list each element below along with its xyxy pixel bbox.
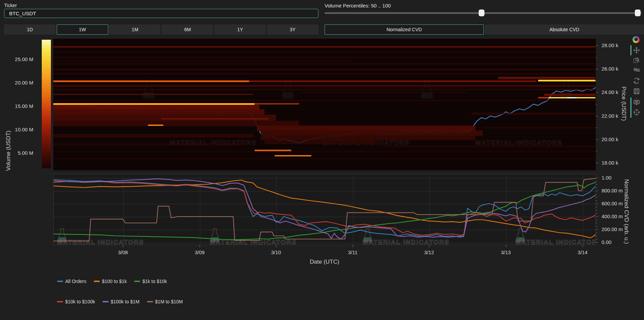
legend-swatch-1k-to-10k — [134, 281, 140, 282]
mode-button-normalized-cvd[interactable]: Normalized CVD — [325, 24, 484, 35]
modebar-separator — [636, 97, 637, 99]
cvd-tick-mark — [596, 223, 597, 223]
heatmap-volume-band — [53, 151, 595, 152]
legend-item-100-to-1k[interactable]: $100 to $1k — [94, 279, 127, 284]
date-tick-label: 3/11 — [343, 249, 363, 255]
legend-label: $100 to $1k — [102, 279, 127, 284]
price-tick-label: 28.00 k — [602, 42, 618, 48]
liquidity-heatmap-chart[interactable]: MATERIAL INDICATORSMATERIAL INDICATORSMA… — [53, 39, 596, 170]
price-tick-label: 20.00 k — [602, 136, 618, 142]
cvd-mode-button-group: Normalized CVDAbsolute CVD — [325, 24, 644, 35]
price-tick-label: 18.00 k — [602, 160, 618, 166]
slider-thumb-high[interactable] — [635, 10, 641, 16]
range-button-6m[interactable]: 6M — [162, 24, 213, 35]
range-button-1y[interactable]: 1Y — [214, 24, 266, 35]
heatmap-volume-band — [538, 97, 549, 98]
price-tick-label: 24.00 k — [602, 89, 618, 95]
heatmap-volume-band — [161, 118, 269, 119]
date-tick-label: 3/12 — [419, 249, 439, 255]
volume-percentiles-slider[interactable] — [325, 10, 642, 16]
heatmap-volume-band — [53, 100, 595, 101]
save-icon[interactable] — [633, 88, 640, 95]
date-tick-mark — [200, 245, 200, 247]
legend-swatch-10k-to-100k — [57, 301, 63, 302]
cvd-lines — [53, 174, 596, 245]
cvd-tick-label: 400.00 m — [602, 213, 623, 219]
legend-label: All Orders — [65, 279, 86, 284]
volume-colorbar — [42, 40, 51, 168]
price-tick-mark — [596, 139, 598, 140]
heatmap-volume-band — [255, 103, 299, 105]
cvd-tick-mark — [596, 194, 597, 194]
zoom-in-out-icon[interactable] — [633, 67, 640, 74]
cvd-tick-mark — [596, 233, 597, 233]
date-tick-mark — [583, 245, 583, 247]
volume-tick-label: 15.00 M — [7, 103, 33, 109]
legend-item-1m-to-10m[interactable]: $1M to $10M — [147, 299, 183, 304]
legend-item-all-orders[interactable]: All Orders — [57, 279, 86, 284]
mode-button-absolute-cvd[interactable]: Absolute CVD — [485, 24, 644, 35]
cvd-tick-label: 200.00 m — [602, 226, 623, 232]
range-button-1w[interactable]: 1W — [57, 24, 108, 35]
modebar-active-indicator — [630, 45, 631, 55]
heatmap-volume-band — [264, 140, 375, 144]
plotly-logo-icon[interactable] — [632, 36, 640, 43]
cvd-tick-mark — [596, 201, 597, 201]
reset-axes-icon[interactable] — [633, 77, 640, 84]
date-tick-label: 3/09 — [189, 249, 210, 255]
price-tick-mark — [596, 116, 598, 116]
date-tick-mark — [353, 245, 353, 247]
date-tick-mark — [429, 245, 429, 247]
slider-thumb-low[interactable] — [479, 10, 484, 16]
heatmap-volume-band — [299, 92, 467, 93]
cvd-tick-mark — [596, 178, 598, 178]
volume-percentiles-label: Volume Percentiles: 50 .. 100 — [325, 3, 391, 8]
legend-item-100k-to-1m[interactable]: $100k to $1M — [103, 299, 140, 304]
price-tick-mark — [596, 128, 597, 128]
heatmap-volume-band — [53, 94, 253, 95]
heatmap-volume-band — [538, 80, 595, 81]
price-tick-mark — [596, 151, 597, 151]
date-tick-label: 3/14 — [572, 249, 593, 255]
range-button-3y[interactable]: 3Y — [267, 24, 318, 35]
pan-icon[interactable] — [633, 46, 640, 54]
heatmap-volume-band — [53, 80, 249, 82]
heatmap-volume-band — [249, 80, 536, 82]
legend-item-10k-to-100k[interactable]: $10k to $100k — [57, 299, 95, 304]
ticker-input[interactable] — [4, 9, 318, 18]
heatmap-volume-band — [383, 146, 595, 147]
date-tick-mark — [276, 245, 276, 247]
heatmap-volume-band — [483, 127, 595, 129]
date-tick-label: 3/08 — [113, 249, 133, 255]
heatmap-volume-band — [498, 77, 595, 79]
heatmap-volume-band — [53, 52, 595, 53]
heatmap-volume-band — [53, 73, 595, 74]
heatmap-volume-band — [53, 63, 595, 64]
date-tick-mark — [123, 245, 123, 247]
range-button-1m[interactable]: 1M — [109, 24, 161, 35]
modebar-separator — [636, 86, 637, 87]
price-tick-mark — [596, 81, 597, 81]
normalized-cvd-chart[interactable]: MATERIAL INDICATORSMATERIAL INDICATORSMA… — [53, 174, 596, 245]
cvd-tick-mark — [596, 191, 598, 191]
legend-item-1k-to-10k[interactable]: $1k to $10k — [134, 279, 167, 284]
zoom-box-icon[interactable] — [633, 56, 640, 64]
cvd-tick-label: 0.00 — [602, 239, 611, 245]
cvd-tick-mark — [596, 204, 598, 204]
tooltip-mode-icon[interactable] — [633, 99, 640, 107]
legend-label: $100k to $1M — [111, 299, 140, 304]
heatmap-volume-band — [53, 85, 595, 87]
legend-label: $1k to $10k — [142, 279, 167, 284]
cvd-tick-mark — [596, 197, 597, 197]
legend-swatch-100-to-1k — [94, 281, 100, 282]
cvd-tick-mark — [596, 210, 597, 210]
date-axis-title: Date (UTC) — [304, 259, 345, 265]
range-button-1d[interactable]: 1D — [4, 24, 56, 35]
heatmap-volume-band — [53, 56, 595, 58]
date-tick-label: 3/13 — [496, 249, 516, 255]
heatmap-volume-band — [53, 115, 276, 121]
legend-swatch-all-orders — [57, 281, 63, 282]
date-tick-mark — [506, 245, 506, 247]
crosshair-mode-icon[interactable] — [633, 109, 640, 116]
heatmap-volume-band — [472, 113, 596, 115]
